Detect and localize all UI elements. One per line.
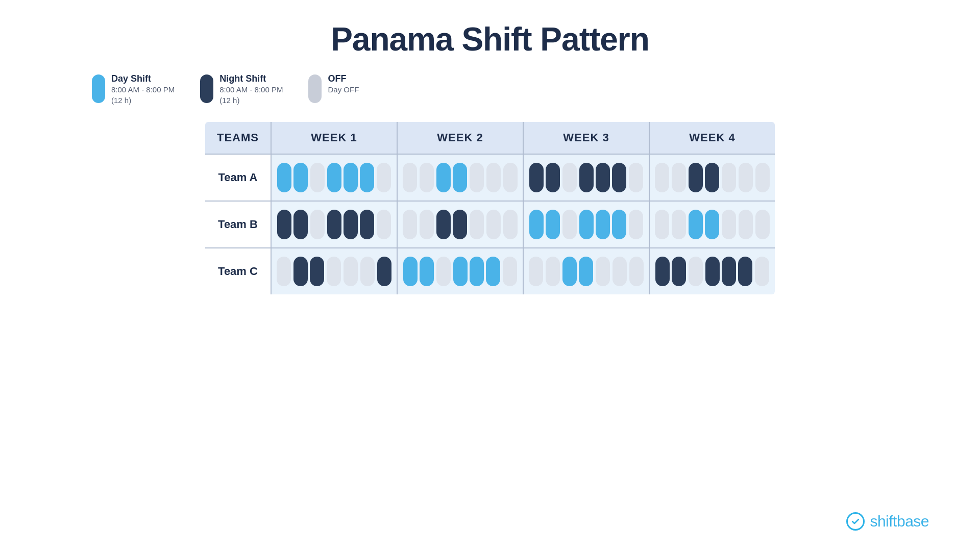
pill [755, 257, 769, 286]
team-b-week3 [523, 201, 649, 248]
pill [705, 163, 719, 192]
brand-name: shiftbase [870, 513, 929, 530]
team-c-label: Team C [205, 248, 271, 295]
pill [722, 257, 736, 286]
pill [672, 163, 686, 192]
pill [403, 257, 418, 286]
pill [689, 210, 703, 239]
pill [612, 257, 627, 286]
pill [689, 163, 703, 192]
pill [739, 163, 753, 192]
pill [722, 163, 736, 192]
night-shift-time: 8:00 AM - 8:00 PM(12 h) [219, 84, 283, 106]
pill [612, 210, 626, 239]
pill [470, 163, 484, 192]
pill [377, 257, 391, 286]
pill [486, 257, 500, 286]
team-c-week2 [397, 248, 523, 295]
legend: Day Shift 8:00 AM - 8:00 PM(12 h) Night … [92, 73, 359, 106]
pill [705, 257, 720, 286]
pill [436, 163, 451, 192]
team-b-week4 [649, 201, 775, 248]
day-shift-label: Day Shift [111, 73, 175, 84]
pill [705, 210, 719, 239]
team-c-week4 [649, 248, 775, 295]
day-shift-icon [92, 74, 105, 103]
pill [344, 163, 358, 192]
pill [470, 210, 484, 239]
pill [579, 163, 594, 192]
pill [486, 163, 501, 192]
pill [293, 163, 308, 192]
team-a-week3 [523, 154, 649, 201]
pill [420, 257, 434, 286]
off-subtitle: Day OFF [328, 84, 359, 95]
table-row: Team A [205, 154, 775, 201]
pill [596, 163, 610, 192]
pill [503, 210, 518, 239]
pill [672, 257, 686, 286]
brand-icon [846, 512, 865, 531]
pill [655, 163, 669, 192]
pill [293, 210, 308, 239]
team-b-week1 [271, 201, 397, 248]
pill [436, 257, 451, 286]
schedule-table: TEAMS WEEK 1 WEEK 2 WEEK 3 WEEK 4 Team A [204, 121, 776, 295]
pill [722, 210, 736, 239]
pill [612, 163, 626, 192]
team-c-week1 [271, 248, 397, 295]
pill [277, 257, 291, 286]
team-b-label: Team B [205, 201, 271, 248]
pill [377, 210, 391, 239]
pill [360, 210, 374, 239]
pill [655, 210, 669, 239]
table-row: Team B [205, 201, 775, 248]
legend-day: Day Shift 8:00 AM - 8:00 PM(12 h) [92, 73, 175, 106]
pill [529, 257, 543, 286]
pill [562, 210, 577, 239]
team-b-week2 [397, 201, 523, 248]
team-a-week2 [397, 154, 523, 201]
pill [503, 163, 518, 192]
pill [596, 210, 610, 239]
pill [655, 257, 670, 286]
pill [738, 257, 752, 286]
pill [629, 257, 644, 286]
pill [755, 210, 770, 239]
pill [403, 210, 417, 239]
pill [453, 210, 467, 239]
pill [403, 163, 417, 192]
col-header-week3: WEEK 3 [523, 121, 649, 154]
pill [344, 210, 358, 239]
team-c-week3 [523, 248, 649, 295]
pill [529, 210, 544, 239]
pill [672, 210, 686, 239]
pill [344, 257, 358, 286]
pill [420, 210, 434, 239]
col-header-week2: WEEK 2 [397, 121, 523, 154]
pill [453, 163, 467, 192]
pill [562, 257, 577, 286]
pill [327, 163, 341, 192]
col-header-week1: WEEK 1 [271, 121, 397, 154]
pill [327, 210, 341, 239]
pill [596, 257, 610, 286]
pill [546, 163, 560, 192]
day-shift-time: 8:00 AM - 8:00 PM(12 h) [111, 84, 175, 106]
col-header-teams: TEAMS [205, 121, 271, 154]
pill [453, 257, 468, 286]
pill [360, 163, 374, 192]
pill [562, 163, 577, 192]
off-label: OFF [328, 73, 359, 84]
pill [529, 163, 544, 192]
brand-area: shiftbase [846, 497, 929, 531]
team-a-week1 [271, 154, 397, 201]
pill [310, 257, 324, 286]
pill [503, 257, 517, 286]
pill [310, 163, 325, 192]
pill [277, 210, 291, 239]
off-icon [308, 74, 322, 103]
pill [739, 210, 753, 239]
pill [629, 210, 643, 239]
pill [327, 257, 341, 286]
